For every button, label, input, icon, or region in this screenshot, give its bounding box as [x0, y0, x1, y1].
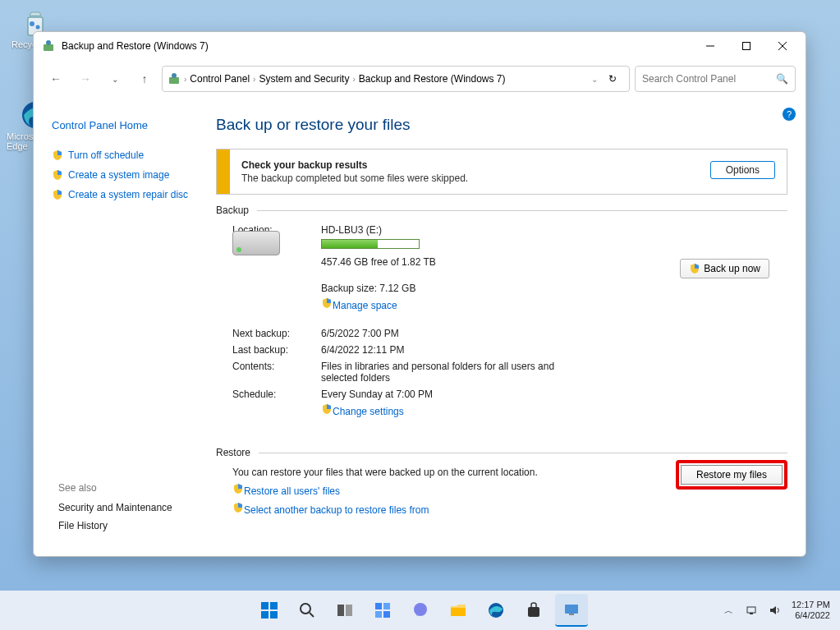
svg-point-2: [36, 25, 40, 30]
sidebar-turn-off-schedule[interactable]: Turn off schedule: [52, 149, 216, 161]
svg-rect-14: [261, 611, 269, 619]
start-button[interactable]: [253, 594, 286, 627]
taskbar-chat[interactable]: [404, 594, 437, 627]
alert-bar: [217, 149, 230, 194]
taskbar-taskview[interactable]: [328, 594, 361, 627]
taskbar-edge[interactable]: [480, 594, 512, 627]
restore-all-link[interactable]: Restore all users' files: [244, 485, 340, 497]
shield-icon: [321, 403, 333, 415]
crumb-system-security[interactable]: System and Security: [259, 73, 349, 85]
navbar: ← → ⌄ ↑ › Control Panel › System and Sec…: [34, 60, 806, 98]
svg-rect-23: [383, 611, 390, 618]
back-button[interactable]: ←: [44, 67, 68, 91]
sidebar-create-system-image[interactable]: Create a system image: [52, 169, 216, 181]
recent-dropdown[interactable]: ⌄: [103, 67, 127, 91]
svg-point-1: [30, 21, 34, 26]
close-button[interactable]: [764, 34, 801, 57]
alert-body: The backup completed but some files were…: [241, 172, 775, 184]
chevron-down-icon[interactable]: ⌄: [591, 75, 598, 84]
restore-highlight: Restore my files: [676, 460, 787, 490]
svg-rect-18: [337, 605, 344, 616]
sidebar: Control Panel Home Turn off schedule Cre…: [52, 104, 216, 548]
control-panel-window: Backup and Restore (Windows 7) ← → ⌄ ↑ ›…: [33, 31, 806, 557]
change-settings-link[interactable]: Change settings: [333, 406, 404, 417]
contents-label: Contents:: [232, 361, 321, 384]
svg-rect-27: [528, 607, 539, 617]
taskbar-clock[interactable]: 12:17 PM 6/4/2022: [792, 600, 830, 621]
drive-icon: [232, 231, 280, 255]
svg-rect-10: [169, 77, 179, 84]
control-panel-home-link[interactable]: Control Panel Home: [52, 119, 216, 131]
svg-rect-21: [383, 603, 390, 609]
last-backup-value: 6/4/2022 12:11 PM: [321, 344, 787, 356]
svg-rect-4: [44, 44, 53, 51]
restore-header: Restore: [216, 447, 259, 458]
crumb-control-panel[interactable]: Control Panel: [190, 73, 250, 85]
breadcrumb[interactable]: › Control Panel › System and Security › …: [162, 66, 630, 92]
manage-space-link[interactable]: Manage space: [333, 300, 397, 311]
svg-rect-20: [375, 603, 382, 609]
shield-icon: [52, 169, 63, 181]
seealso-file-history[interactable]: File History: [58, 520, 172, 531]
location-value: HD-LBU3 (E:): [321, 224, 787, 236]
maximize-button[interactable]: [728, 34, 764, 57]
schedule-label: Schedule:: [232, 389, 321, 417]
tray-network-icon[interactable]: [746, 604, 759, 617]
shield-icon: [52, 189, 63, 200]
space-progress: [321, 239, 420, 249]
crumb-backup-restore[interactable]: Backup and Restore (Windows 7): [359, 73, 506, 85]
svg-point-24: [414, 603, 427, 616]
taskbar-file-explorer[interactable]: [442, 594, 475, 627]
restore-my-files-button[interactable]: Restore my files: [681, 465, 783, 485]
see-also-header: See also: [58, 482, 172, 494]
search-box[interactable]: 🔍: [635, 66, 796, 92]
chevron-right-icon: ›: [253, 75, 255, 84]
schedule-value: Every Sunday at 7:00 PM: [321, 389, 787, 400]
shield-icon: [232, 502, 244, 513]
svg-rect-12: [261, 602, 269, 609]
page-title: Back up or restore your files: [216, 116, 787, 134]
sidebar-create-repair-disc[interactable]: Create a system repair disc: [52, 189, 216, 200]
titlebar[interactable]: Backup and Restore (Windows 7): [34, 32, 806, 60]
seealso-security[interactable]: Security and Maintenance: [58, 502, 172, 513]
app-icon: [42, 39, 55, 53]
tray-volume-icon[interactable]: [769, 604, 782, 617]
restore-other-link[interactable]: Select another backup to restore files f…: [244, 504, 429, 516]
taskbar-control-panel[interactable]: [555, 594, 588, 627]
last-backup-label: Last backup:: [232, 344, 321, 356]
minimize-button[interactable]: [692, 34, 728, 57]
options-button[interactable]: Options: [710, 161, 775, 179]
taskbar-store[interactable]: [517, 594, 550, 627]
backup-alert: Check your backup results The backup com…: [216, 149, 787, 195]
svg-rect-28: [565, 605, 578, 614]
svg-rect-29: [569, 614, 574, 615]
svg-rect-25: [451, 608, 466, 616]
chevron-right-icon: ›: [184, 75, 186, 84]
svg-rect-30: [747, 607, 755, 613]
svg-line-17: [310, 613, 314, 617]
search-icon[interactable]: 🔍: [776, 73, 788, 85]
next-backup-value: 6/5/2022 7:00 PM: [321, 328, 787, 339]
svg-point-5: [46, 40, 51, 45]
backup-header: Backup: [216, 205, 257, 216]
alert-title: Check your backup results: [241, 159, 367, 171]
main-panel: Back up or restore your files Check your…: [216, 104, 787, 548]
forward-button[interactable]: →: [73, 67, 98, 91]
backup-size: Backup size: 7.12 GB: [321, 283, 787, 294]
svg-point-16: [301, 604, 310, 614]
shield-icon: [52, 149, 63, 161]
search-input[interactable]: [642, 73, 776, 85]
shield-icon: [321, 297, 333, 309]
taskbar-search[interactable]: [291, 594, 324, 627]
up-button[interactable]: ↑: [132, 67, 157, 91]
window-title: Backup and Restore (Windows 7): [62, 40, 692, 52]
tray-chevron-up-icon[interactable]: ︿: [723, 604, 736, 617]
breadcrumb-icon: [168, 72, 181, 85]
svg-rect-7: [743, 43, 750, 50]
svg-rect-22: [375, 611, 382, 618]
taskbar-widgets[interactable]: [366, 594, 399, 627]
backup-now-button[interactable]: Back up now: [680, 259, 769, 278]
shield-icon: [689, 263, 700, 274]
taskbar[interactable]: ︿ 12:17 PM 6/4/2022: [0, 591, 840, 630]
refresh-button[interactable]: ↻: [601, 67, 624, 90]
